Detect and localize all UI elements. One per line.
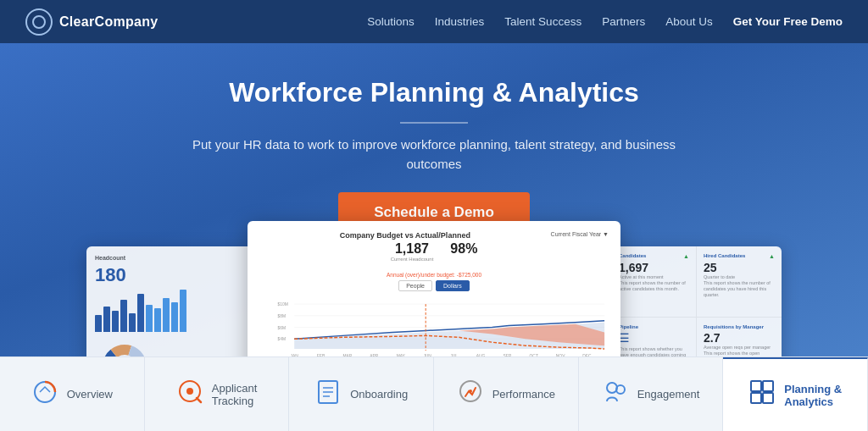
hired-desc: Quarter to dateThis report shows the num…	[704, 274, 775, 299]
tab-onboarding-label: Onboarding	[350, 388, 408, 401]
svg-text:$4M: $4M	[278, 337, 287, 341]
reqs-desc: Average open reqs per managerThis report…	[704, 345, 775, 356]
right-dashboard-card: Candidates ▲ 1,697 Active at this moment…	[612, 246, 782, 356]
stat-percent: 98%	[450, 241, 477, 257]
center-card-subtitle[interactable]: Current Fiscal Year ▼	[551, 231, 609, 237]
stat-headcount: 1,187	[391, 241, 434, 257]
svg-rect-39	[763, 381, 773, 391]
nav-get-demo[interactable]: Get Your Free Demo	[733, 15, 843, 28]
candidates-label: Candidates ▲	[619, 253, 689, 259]
nav-solutions[interactable]: Solutions	[367, 15, 415, 28]
tab-performance[interactable]: Performance	[434, 357, 579, 431]
left-dashboard-card: Headcount 180	[86, 246, 256, 356]
tab-planning-analytics[interactable]: Planning &Analytics	[723, 357, 868, 431]
candidates-desc: Active at this momentThis report shows t…	[619, 274, 689, 292]
hero-title: Workforce Planning & Analytics	[229, 77, 639, 108]
logo-icon	[25, 8, 53, 36]
hired-label: Hired Candidates ▲	[704, 253, 775, 259]
hero-subtitle: Put your HR data to work to improve work…	[180, 135, 688, 174]
overview-icon	[31, 379, 58, 411]
right-card-reqs: Requisitions by Manager 2.7 Average open…	[697, 318, 782, 356]
hero-section: Workforce Planning & Analytics Put your …	[0, 43, 868, 356]
tab-performance-label: Performance	[492, 388, 555, 401]
navbar: ClearCompany Solutions Industries Talent…	[0, 0, 868, 43]
toggle-dollars[interactable]: Dollars	[436, 280, 470, 291]
svg-text:AUG: AUG	[476, 354, 486, 356]
right-card-hired: Hired Candidates ▲ 25 Quarter to dateThi…	[697, 246, 782, 318]
nav-about-us[interactable]: About Us	[665, 15, 713, 28]
bottom-tabs: Overview ApplicantTracking Onboarding Pe…	[0, 356, 868, 431]
left-card-number: 180	[95, 264, 248, 286]
left-card-label: Headcount	[95, 255, 248, 261]
onboarding-icon	[314, 378, 342, 411]
tab-applicant-label: ApplicantTracking	[212, 382, 257, 407]
pipeline-icon: ☰	[619, 331, 689, 345]
dashboard-preview: Headcount 180	[53, 221, 815, 356]
svg-text:NOV: NOV	[556, 354, 565, 356]
mini-bar-chart	[95, 290, 248, 332]
tab-engagement-label: Engagement	[637, 388, 700, 401]
svg-rect-38	[751, 381, 761, 391]
svg-text:MAY: MAY	[397, 354, 406, 356]
svg-point-36	[607, 383, 617, 393]
tab-onboarding[interactable]: Onboarding	[289, 357, 434, 431]
logo-text: ClearCompany	[59, 14, 159, 30]
nav-partners[interactable]: Partners	[602, 15, 645, 28]
hired-num: 25	[704, 261, 775, 274]
engagement-icon	[602, 378, 629, 411]
hero-divider	[400, 122, 468, 124]
tab-planning-label: Planning &Analytics	[784, 383, 842, 408]
svg-text:FEB: FEB	[317, 354, 326, 356]
reqs-num: 2.7	[704, 331, 775, 345]
reqs-label: Requisitions by Manager	[704, 324, 775, 329]
center-dashboard-card: Company Budget vs Actual/Planned Current…	[248, 221, 620, 356]
right-card-pipeline: Pipeline ☰ This report shows whether you…	[612, 318, 697, 356]
performance-icon	[457, 378, 484, 411]
svg-text:MAR: MAR	[343, 354, 353, 356]
center-card-title: Company Budget vs Actual/Planned	[259, 231, 551, 240]
svg-text:JAN: JAN	[291, 354, 299, 356]
pipeline-label: Pipeline	[619, 324, 689, 329]
pipeline-desc: This report shows whether you have enoug…	[619, 346, 689, 356]
logo[interactable]: ClearCompany	[25, 8, 159, 36]
svg-line-29	[197, 398, 201, 402]
budget-chart: $10M $8M $6M $4M JAN	[259, 296, 609, 356]
tab-overview-label: Overview	[67, 388, 113, 401]
stat-headcount-label: Current Headcount	[391, 257, 434, 262]
svg-text:$8M: $8M	[278, 314, 287, 318]
svg-text:APR: APR	[370, 354, 379, 356]
right-card-candidates: Candidates ▲ 1,697 Active at this moment…	[612, 246, 697, 318]
svg-point-35	[469, 390, 472, 393]
svg-text:$6M: $6M	[278, 326, 287, 330]
svg-text:JUN: JUN	[423, 354, 431, 356]
svg-rect-41	[763, 393, 773, 403]
candidates-num: 1,697	[619, 261, 689, 274]
svg-text:SEP: SEP	[503, 354, 511, 356]
svg-text:JUL: JUL	[450, 354, 458, 356]
budget-label: Annual (over)/under budget: -$725,000	[259, 265, 609, 280]
applicant-tracking-icon	[176, 378, 203, 411]
card-stats-row: 1,187 Current Headcount 98%	[259, 241, 609, 262]
tab-engagement[interactable]: Engagement	[579, 357, 724, 431]
planning-analytics-icon	[748, 379, 776, 412]
svg-text:$10M: $10M	[278, 302, 288, 307]
toggle-people[interactable]: People	[398, 280, 432, 291]
tab-overview[interactable]: Overview	[0, 357, 145, 431]
toggle-buttons: People Dollars	[259, 280, 609, 291]
svg-point-28	[186, 388, 193, 395]
tab-applicant-tracking[interactable]: ApplicantTracking	[145, 357, 290, 431]
svg-rect-40	[751, 393, 761, 403]
donut-chart	[95, 337, 154, 356]
nav-talent-success[interactable]: Talent Success	[504, 15, 581, 28]
svg-text:DEC: DEC	[582, 354, 592, 356]
svg-text:OCT: OCT	[530, 354, 538, 356]
nav-industries[interactable]: Industries	[435, 15, 485, 28]
nav-links: Solutions Industries Talent Success Part…	[367, 15, 843, 28]
